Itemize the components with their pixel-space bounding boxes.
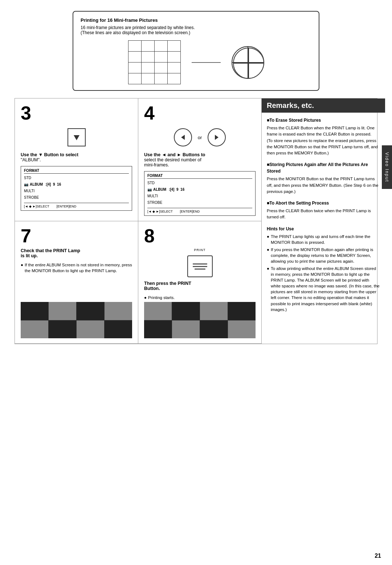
step-3-desc: Use the ▼ Button to select "ALBUM".: [21, 152, 132, 162]
print-label: PRINT: [144, 248, 256, 252]
step-8-desc: Then press the PRINT Button.: [144, 281, 256, 291]
svg-marker-6: [215, 135, 219, 140]
steps-row-bottom: 7 Check that the PRINT Lamp is lit up. ●…: [15, 221, 261, 344]
step-3-icon: [21, 128, 132, 146]
remarks-storing-title: ■Storing Pictures Again after All the Pi…: [267, 161, 380, 174]
remarks-abort: ■To Abort the Setting Process Press the …: [267, 200, 380, 221]
photo-cell: [228, 320, 256, 339]
print-button-icon: [187, 255, 213, 277]
steps-row-top: 3 Use the ▼ Button to select "ALBUM".: [15, 98, 261, 221]
remarks-storing-body: Press the MONITOR Button so that the PRI…: [267, 176, 380, 195]
step-8-bullets: ● Printing starts.: [144, 295, 256, 302]
top-box-title: Printing for 16 Mini-frame Pictures: [81, 17, 311, 23]
page-container: Printing for 16 Mini-frame Pictures 16 m…: [0, 0, 392, 565]
print-line-2: [193, 266, 207, 267]
photo-cell: [172, 320, 200, 339]
grid-table: [128, 40, 181, 84]
down-arrow-svg: [72, 133, 81, 142]
step-3-cell: 3 Use the ▼ Button to select "ALBUM".: [15, 98, 138, 221]
main-content: 3 Use the ▼ Button to select "ALBUM".: [15, 98, 377, 344]
right-arrow-svg: [213, 134, 220, 141]
remarks-content: ■To Erase Stored Pictures Press the CLEA…: [262, 113, 385, 322]
page-number: 21: [375, 553, 381, 559]
format-row-multi-3: MULTI: [24, 188, 129, 194]
remarks-hints: Hints for Use ● The PRINT Lamp lights up…: [267, 226, 380, 312]
photo-cell: [228, 302, 256, 320]
photo-cell: [77, 320, 104, 339]
remarks-erase-title: ■To Erase Stored Pictures: [267, 117, 380, 124]
format-bottom-4: [◄ ◆ ►]SELECT [ENTER]END: [147, 208, 252, 213]
print-line-1: [193, 263, 207, 265]
photo-cell: [144, 320, 172, 339]
step-7-number: 7: [21, 226, 132, 245]
remarks-abort-body: Press the CLEAR Button twice when the PR…: [267, 208, 380, 221]
side-tab: Video Input: [382, 145, 392, 189]
photo-cell: [21, 320, 48, 339]
step-3-number: 3: [21, 104, 132, 122]
arrow-down-button: [68, 128, 86, 146]
step-7-cell: 7 Check that the PRINT Lamp is lit up. ●…: [15, 221, 138, 343]
svg-marker-5: [181, 135, 185, 140]
format-row-std-4: STD: [147, 180, 252, 186]
photo-cell: [49, 320, 76, 339]
top-box-desc: 16 mini-frame pictures are printed separ…: [81, 25, 311, 35]
photo-cell: [200, 320, 228, 339]
step-3-format-box: FORMAT STD 📷 ALBUM :[4] 9 16 MULTI STROB…: [21, 166, 132, 211]
circle-diagram: [232, 46, 264, 79]
format-title-3: FORMAT: [24, 169, 129, 174]
hint-bullet-3: ● To allow printing without the entire A…: [267, 266, 380, 312]
remarks-header: Remarks, etc.: [262, 98, 385, 113]
mini-frame-diagram: [81, 40, 311, 84]
step-4-cell: 4 or: [138, 98, 261, 221]
connector: [192, 59, 221, 66]
photo-cell: [21, 302, 48, 320]
hint-bullet-1: ● The PRINT Lamp lights up and turns off…: [267, 234, 380, 245]
remarks-storing: ■Storing Pictures Again after All the Pi…: [267, 161, 380, 195]
print-line-3: [195, 269, 205, 270]
format-row-strobe-4: STROBE: [147, 200, 252, 206]
format-title-4: FORMAT: [147, 174, 252, 179]
step-8-cell: 8 PRINT Then press the PRINT Button.: [138, 221, 261, 343]
circle-svg: [232, 47, 264, 79]
remarks-erase-body: Press the CLEAR Button when the PRINT La…: [267, 125, 380, 156]
format-row-multi-4: MULTI: [147, 193, 252, 199]
step-4-icon: or: [144, 128, 256, 146]
format-bottom-3: [◄ ◆ ►]SELECT [ENTER]END: [24, 203, 129, 208]
hints-title: Hints for Use: [267, 226, 380, 232]
hints-bullets: ● The PRINT Lamp lights up and turns off…: [267, 234, 380, 312]
or-label: or: [198, 135, 202, 140]
right-column: Remarks, etc. ■To Erase Stored Pictures …: [262, 98, 385, 344]
step-8-number: 8: [144, 226, 256, 245]
top-info-box: Printing for 16 Mini-frame Pictures 16 m…: [73, 11, 319, 91]
step-4-format-box: FORMAT STD 📷 ALBUM :[4] 9 16 MULTI STROB…: [144, 171, 256, 216]
format-rows-4: STD 📷 ALBUM :[4] 9 16 MULTI STROBE: [147, 180, 252, 206]
connector-line-svg: [192, 59, 221, 66]
format-row-album-4: 📷 ALBUM :[4] 9 16: [147, 187, 252, 193]
remarks-abort-title: ■To Abort the Setting Process: [267, 200, 380, 206]
format-row-album-3: 📷 ALBUM :[4] 9 16: [24, 182, 129, 187]
arrow-left-button: [174, 128, 192, 146]
photo-cell: [144, 302, 172, 320]
photo-cell: [172, 302, 200, 320]
photo-cell: [77, 302, 104, 320]
photo-cell: [105, 320, 132, 339]
left-columns: 3 Use the ▼ Button to select "ALBUM".: [15, 98, 262, 344]
arrow-right-button: [208, 128, 226, 146]
step-8-photo-strip: [144, 302, 256, 338]
step-4-desc: Use the ◄ and ► Buttons to select the de…: [144, 152, 256, 168]
format-row-strobe-3: STROBE: [24, 195, 129, 201]
step-7-bullet-1: ● If the entire ALBUM Screen is not stor…: [21, 262, 132, 274]
photo-cell: [105, 302, 132, 320]
svg-marker-4: [74, 135, 79, 140]
remarks-erase: ■To Erase Stored Pictures Press the CLEA…: [267, 117, 380, 156]
photo-cell: [49, 302, 76, 320]
step-4-number: 4: [144, 104, 256, 122]
step-7-bullets: ● If the entire ALBUM Screen is not stor…: [21, 262, 132, 275]
step-7-photo-strip: [21, 302, 132, 338]
format-row-std-3: STD: [24, 175, 129, 181]
photo-cell: [200, 302, 228, 320]
step-7-desc: Check that the PRINT Lamp is lit up.: [21, 248, 132, 258]
left-arrow-svg: [180, 134, 186, 141]
hint-bullet-2: ● If you press the MONITOR Button again …: [267, 247, 380, 264]
format-rows-3: STD 📷 ALBUM :[4] 9 16 MULTI STROBE: [24, 175, 129, 201]
